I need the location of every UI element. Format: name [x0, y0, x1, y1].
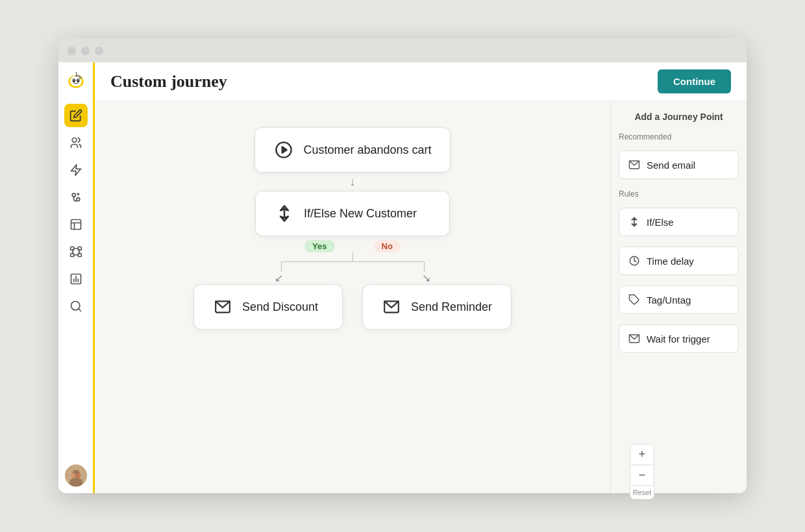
send-reminder-node[interactable]: Send Reminder — [362, 284, 512, 330]
browser-titlebar — [58, 39, 747, 62]
svg-marker-8 — [71, 165, 80, 176]
panel-item-time-delay[interactable]: Time delay — [619, 247, 739, 275]
mailchimp-logo[interactable] — [64, 69, 88, 92]
browser-dot-red — [68, 47, 76, 55]
app-header: Custom journey Continue — [95, 62, 747, 101]
ifelse-node[interactable]: If/Else New Customer — [255, 191, 450, 236]
no-badge: No — [374, 240, 401, 252]
panel-item-send-email[interactable]: Send email — [619, 151, 739, 179]
sidebar-icon-reports[interactable] — [64, 267, 88, 291]
svg-point-5 — [77, 79, 79, 80]
sidebar-icon-content[interactable] — [64, 213, 88, 236]
trigger-node[interactable]: Customer abandons cart — [254, 127, 450, 173]
svg-point-7 — [72, 138, 77, 143]
right-panel: Add a Journey Point Recommended Send ema… — [610, 101, 747, 493]
svg-point-22 — [71, 473, 75, 478]
panel-tag-untag-label: Tag/Untag — [647, 295, 691, 306]
journey-canvas: Customer abandons cart ↓ — [95, 101, 610, 493]
page-title: Custom journey — [110, 72, 227, 91]
svg-point-10 — [76, 198, 79, 201]
send-discount-label: Send Discount — [242, 300, 318, 314]
clock-icon — [628, 255, 640, 267]
send-reminder-label: Send Reminder — [411, 300, 492, 314]
browser-dot-green — [95, 47, 103, 55]
sidebar-icon-search[interactable] — [64, 295, 88, 318]
svg-point-4 — [73, 79, 74, 80]
ifelse-panel-icon — [628, 216, 640, 228]
continue-button[interactable]: Continue — [658, 69, 731, 93]
send-discount-node[interactable]: Send Discount — [193, 284, 343, 330]
ifelse-icon — [274, 203, 295, 224]
user-avatar[interactable] — [65, 465, 87, 487]
branch-connector — [216, 252, 489, 272]
wait-trigger-icon — [628, 333, 640, 345]
panel-send-email-label: Send email — [647, 160, 695, 171]
email-reminder-icon — [381, 296, 402, 317]
yes-badge: Yes — [304, 240, 334, 252]
branch-arrows-row: ↙ ↘ — [216, 272, 489, 284]
svg-marker-25 — [282, 147, 287, 152]
svg-line-18 — [78, 309, 80, 311]
panel-item-tag-untag[interactable]: Tag/Untag — [619, 285, 739, 314]
branch-badges: Yes No — [304, 240, 401, 252]
svg-point-6 — [79, 77, 81, 79]
sidebar-icon-audience[interactable] — [64, 131, 88, 154]
branch-container: If/Else New Customer Yes No — [193, 191, 512, 330]
trigger-node-label: Customer abandons cart — [303, 143, 431, 157]
sidebar-icon-integrations[interactable] — [64, 240, 88, 263]
sidebar — [58, 62, 95, 493]
browser-window: Custom journey Continue Cus — [58, 39, 747, 493]
canvas-area: Customer abandons cart ↓ — [95, 101, 747, 493]
main-area: Custom journey Continue Cus — [95, 62, 747, 493]
browser-content: Custom journey Continue Cus — [58, 62, 747, 493]
sidebar-icon-automations[interactable] — [64, 186, 88, 209]
panel-ifelse-label: If/Else — [647, 217, 674, 228]
branch-nodes: Send Discount Send Reminder — [193, 284, 512, 330]
panel-title: Add a Journey Point — [619, 112, 739, 122]
recommended-label: Recommended — [619, 132, 739, 141]
rules-label: Rules — [619, 189, 739, 199]
sidebar-icon-campaigns[interactable] — [64, 158, 88, 182]
svg-point-23 — [77, 473, 80, 478]
arrow-yes: ↙ — [275, 272, 283, 284]
email-discount-icon — [212, 296, 233, 317]
play-icon — [273, 139, 294, 160]
browser-dot-yellow — [81, 47, 90, 55]
panel-item-ifelse[interactable]: If/Else — [619, 208, 739, 236]
tag-icon — [628, 294, 640, 306]
panel-time-delay-label: Time delay — [647, 256, 694, 267]
arrow-down-1: ↓ — [350, 173, 356, 191]
ifelse-node-label: If/Else New Customer — [304, 207, 417, 221]
panel-item-wait-trigger[interactable]: Wait for trigger — [619, 324, 739, 353]
svg-rect-11 — [71, 220, 80, 230]
arrow-no: ↘ — [422, 272, 430, 284]
email-icon — [628, 159, 640, 171]
panel-wait-trigger-label: Wait for trigger — [647, 333, 710, 345]
sidebar-icon-edit[interactable] — [64, 104, 88, 127]
